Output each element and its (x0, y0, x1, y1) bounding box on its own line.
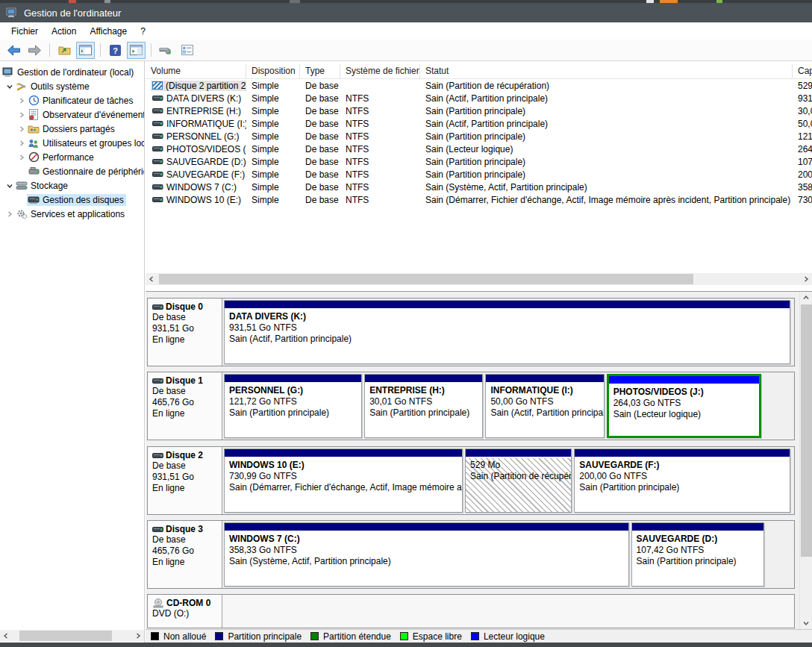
pane-splitter[interactable] (146, 285, 812, 291)
folder-export-icon (58, 45, 71, 55)
column-header-capacit-[interactable]: Capacité (793, 64, 812, 78)
toolbar-show-console-tree-button[interactable] (76, 42, 95, 59)
svg-text:?: ? (113, 46, 118, 54)
disk-row-cd-rom-0: CD-ROM 0 DVD (O:) (147, 594, 795, 628)
scrollbar-thumb[interactable] (801, 304, 812, 557)
partition-sauvegarde-f[interactable]: SAUVEGARDE (F:) 200,00 Go NTFS Sain (Par… (574, 448, 790, 513)
scroll-down-arrow-icon[interactable] (800, 617, 812, 629)
window-title: Gestion de l'ordinateur (24, 7, 121, 19)
graphical-vertical-scrollbar[interactable] (799, 292, 812, 629)
sidebar-item-services-et-applications[interactable]: Services et applications (0, 207, 144, 221)
chevron-right-icon[interactable] (4, 207, 15, 221)
legend-item-lecteur-logique: Lecteur logique (471, 631, 545, 642)
partition-type-strip (225, 523, 628, 532)
volume-list-horizontal-scrollbar[interactable] (146, 273, 812, 285)
sidebar-item-stockage[interactable]: Stockage (0, 178, 144, 193)
column-header-volume[interactable]: Volume (146, 64, 246, 78)
chevron-right-icon[interactable] (16, 150, 27, 164)
volume-type: De base (300, 131, 340, 142)
disk-header-cell[interactable]: Disque 2 De base931,51 GoEn ligne (148, 447, 222, 514)
services-icon (15, 209, 28, 219)
disk-header-cell[interactable]: CD-ROM 0 DVD (O:) (148, 595, 222, 628)
column-header-disposition[interactable]: Disposition (246, 64, 300, 78)
partition-windows-10-e[interactable]: WINDOWS 10 (E:) 730,99 Go NTFS Sain (Dém… (224, 448, 463, 513)
scrollbar-thumb[interactable] (159, 274, 693, 284)
cdrom-icon (152, 598, 164, 608)
volume-icon (152, 132, 163, 140)
scroll-left-arrow-icon[interactable] (0, 630, 12, 642)
volume-row[interactable]: (Disque 2 partition 2) Simple De base Sa… (146, 79, 812, 92)
legend-label: Non alloué (163, 631, 206, 642)
column-header-type[interactable]: Type (300, 64, 340, 78)
partition-windows-7-c[interactable]: WINDOWS 7 (C:) 358,33 Go NTFS Sain (Syst… (224, 522, 629, 587)
volume-row[interactable]: WINDOWS 10 (E:) Simple De base NTFS Sain… (146, 193, 812, 206)
partition-photos-videos-j[interactable]: PHOTOS/VIDEOS (J:) 264,03 Go NTFS Sain (… (607, 374, 761, 438)
sidebar-item-utilisateurs-et-groupes-locaux[interactable]: Utilisateurs et groupes locaux (0, 136, 144, 150)
volume-row[interactable]: PHOTOS/VIDEOS (J:) Simple De base NTFS S… (146, 143, 812, 155)
volume-row[interactable]: SAUVEGARDE (D:) Simple De base NTFS Sain… (146, 155, 812, 168)
chevron-down-icon[interactable] (4, 178, 15, 193)
volume-status: Sain (Actif, Partition principale) (420, 93, 793, 104)
partition-personnel-g[interactable]: PERSONNEL (G:) 121,72 Go NTFS Sain (Part… (224, 374, 362, 438)
sidebar-item-performance[interactable]: Performance (0, 150, 144, 164)
toolbar-show-action-pane-button[interactable] (127, 42, 146, 59)
partition-size: 121,72 Go NTFS (229, 396, 357, 407)
toolbar-back-button[interactable] (4, 42, 23, 59)
computer-management-window: Gestion de l'ordinateur FichierActionAff… (0, 0, 812, 647)
scroll-left-arrow-icon[interactable] (146, 273, 157, 285)
toolbar-view-options-button[interactable] (178, 42, 196, 59)
disk-info-line: 465,76 Go (152, 546, 220, 557)
chevron-down-icon[interactable] (4, 79, 15, 93)
menu-action[interactable]: Action (45, 24, 83, 39)
partition-data-divers-k[interactable]: DATA DIVERS (K:) 931,51 Go NTFS Sain (Ac… (224, 300, 790, 364)
toolbar-forward-button[interactable] (25, 42, 44, 59)
sidebar-item-gestion-des-disques[interactable]: Gestion des disques (0, 193, 144, 207)
volume-status: Sain (Actif, Partition principale) (420, 119, 793, 129)
scrollbar-thumb[interactable] (19, 631, 112, 641)
chevron-right-icon[interactable] (16, 107, 27, 122)
disk-info-line: En ligne (152, 408, 220, 419)
sidebar-horizontal-scrollbar[interactable] (0, 630, 144, 642)
volume-type: De base (300, 144, 340, 154)
toolbar-help-button[interactable]: ? (106, 42, 125, 59)
sidebar-item-observateur-d-v-nements[interactable]: Observateur d'événements (0, 107, 144, 122)
partition-label: WINDOWS 7 (C:) (229, 534, 624, 545)
volume-row[interactable]: ENTREPRISE (H:) Simple De base NTFS Sain… (146, 104, 812, 117)
partition-informatique-i[interactable]: INFORMATIQUE (I:) 50,00 Go NTFS Sain (Ac… (485, 374, 604, 438)
chevron-slot (16, 164, 27, 178)
scroll-right-arrow-icon[interactable] (132, 630, 144, 642)
menu-fichier[interactable]: Fichier (4, 24, 45, 39)
chevron-right-icon[interactable] (16, 136, 27, 150)
volume-row[interactable]: DATA DIVERS (K:) Simple De base NTFS Sai… (146, 92, 812, 104)
partition-status: Sain (Actif, Partition principale) (229, 334, 785, 345)
sidebar-item-planificateur-de-t-ches[interactable]: Planificateur de tâches (0, 93, 144, 107)
sidebar-item-outils-syst-me[interactable]: Outils système (0, 79, 144, 93)
menu-?[interactable]: ? (134, 24, 152, 39)
toolbar-disk-tool-button[interactable] (157, 42, 175, 59)
disk-header-cell[interactable]: Disque 1 De base465,76 GoEn ligne (148, 372, 222, 440)
disk-header-cell[interactable]: Disque 3 De base465,76 GoEn ligne (148, 521, 222, 588)
back-arrow-icon (7, 45, 21, 56)
toolbar-export-list-button[interactable] (55, 42, 74, 59)
volume-row[interactable]: INFORMATIQUE (I:) Simple De base NTFS Sa… (146, 117, 812, 130)
volume-row[interactable]: PERSONNEL (G:) Simple De base NTFS Sain … (146, 130, 812, 143)
scroll-up-arrow-icon[interactable] (800, 292, 812, 304)
menu-affichage[interactable]: Affichage (83, 24, 134, 39)
volume-type: De base (300, 157, 340, 167)
partition-sauvegarde-d[interactable]: SAUVEGARDE (D:) 107,42 Go NTFS Sain (Par… (631, 522, 764, 587)
partition-entreprise-h[interactable]: ENTREPRISE (H:) 30,01 Go NTFS Sain (Part… (364, 374, 483, 438)
partition-size: 50,00 Go NTFS (490, 396, 599, 407)
sidebar-item-gestion-de-l-ordinateur-local[interactable]: Gestion de l'ordinateur (local) (0, 65, 144, 79)
partition-529-mo[interactable]: 529 Mo Sain (Partition de récupération) (465, 448, 572, 513)
disk-header-cell[interactable]: Disque 0 De base931,51 GoEn ligne (148, 299, 222, 366)
chevron-right-icon[interactable] (16, 93, 27, 107)
volume-row[interactable]: SAUVEGARDE (F:) Simple De base NTFS Sain… (146, 168, 812, 181)
scroll-right-arrow-icon[interactable] (800, 273, 812, 285)
sidebar-item-dossiers-partag-s[interactable]: Dossiers partagés (0, 122, 144, 136)
chevron-right-icon[interactable] (16, 122, 27, 136)
volume-row[interactable]: WINDOWS 7 (C:) Simple De base NTFS Sain … (146, 181, 812, 193)
sidebar-item-gestionnaire-de-p-riph-riques[interactable]: Gestionnaire de périphériques (0, 164, 144, 178)
column-header-syst-me-de-fichiers[interactable]: Système de fichiers (340, 64, 420, 78)
volume-name: SAUVEGARDE (F:) (166, 169, 245, 180)
column-header-statut[interactable]: Statut (420, 64, 793, 78)
